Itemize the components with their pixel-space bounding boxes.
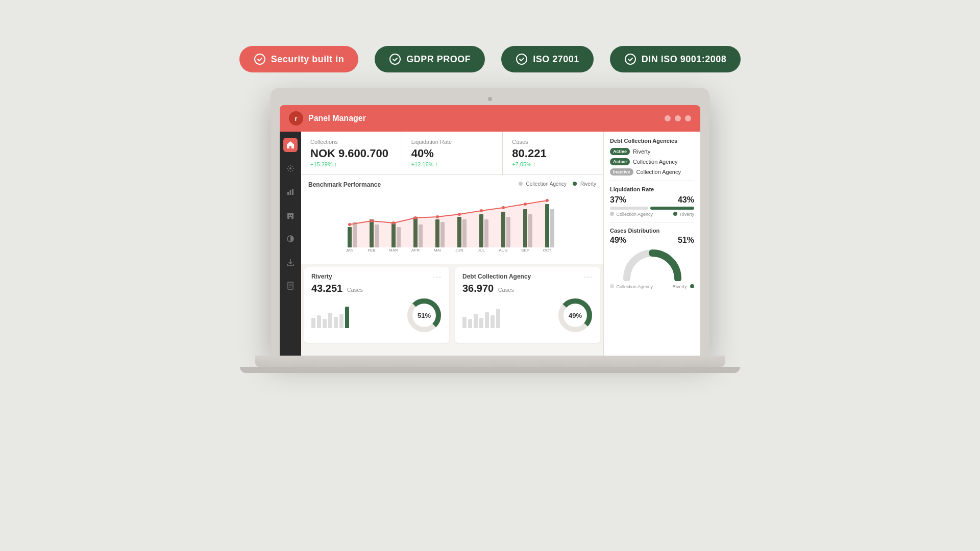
laptop-camera	[488, 97, 492, 101]
gauge-chart	[622, 248, 683, 281]
liq-right: 43%	[678, 195, 694, 205]
iso-badge[interactable]: ISO 27001	[501, 46, 594, 72]
security-badge[interactable]: Security built in	[239, 46, 359, 72]
bottom-card-riverty: Riverty ··· 43.251 Cases	[304, 267, 449, 343]
bc-dca-value: 36.970	[462, 283, 494, 294]
svg-text:AUG: AUG	[499, 248, 507, 253]
svg-text:JUN: JUN	[455, 248, 463, 253]
agency-badge-active-1: Active	[610, 148, 630, 155]
svg-marker-44	[350, 201, 547, 247]
svg-rect-5	[287, 192, 289, 195]
laptop: r Panel Manager	[271, 88, 709, 373]
agency-badge-active-2: Active	[610, 158, 630, 165]
gdpr-icon	[389, 53, 401, 65]
dca-mini-bars	[462, 303, 553, 328]
dca-donut: 49%	[557, 297, 593, 333]
legend-dot-collection	[519, 182, 523, 186]
svg-point-2	[517, 54, 527, 64]
app-title: Panel Manager	[308, 114, 366, 123]
gauge-wrapper	[610, 248, 694, 281]
chart-section: Benchmark Performance Collection Agency …	[301, 175, 603, 264]
svg-text:JAN: JAN	[346, 248, 353, 253]
sidebar	[280, 132, 301, 356]
liq-left: 37%	[610, 195, 626, 205]
liq-dot-green	[673, 212, 677, 216]
svg-text:FEB: FEB	[368, 248, 376, 253]
svg-text:MAR: MAR	[389, 248, 398, 253]
sidebar-icon-download[interactable]	[283, 255, 298, 269]
gdpr-badge[interactable]: GDPR PROOF	[375, 46, 485, 72]
riverty-donut: 51%	[406, 297, 442, 333]
bc-dca-menu[interactable]: ···	[584, 272, 593, 281]
liq-dot-gray	[610, 212, 614, 216]
liq-values: 37% 43%	[610, 195, 694, 205]
bc-riverty-value: 43.251	[311, 283, 342, 294]
dca-bar-4	[479, 318, 483, 328]
bc-riverty-title: Riverty	[311, 273, 332, 280]
svg-text:OCT: OCT	[543, 248, 552, 253]
cases-legend-right: Riverty	[672, 284, 694, 289]
svg-text:APR: APR	[411, 248, 420, 253]
svg-text:SEP: SEP	[521, 248, 529, 253]
bc-riverty-menu[interactable]: ···	[433, 272, 442, 281]
diniso-label: DIN ISO 9001:2008	[642, 54, 727, 65]
sidebar-icon-pie[interactable]	[283, 232, 298, 246]
mini-bar-4	[328, 313, 332, 328]
dca-bar-6	[491, 315, 495, 328]
dca-bar-3	[474, 314, 478, 328]
bc-riverty-header: Riverty ···	[311, 272, 442, 281]
bc-riverty-sub: Cases	[347, 287, 363, 293]
bc-dca-title: Debt Collection Agency	[462, 273, 531, 280]
bc-riverty-body: 51%	[311, 297, 442, 333]
dca-bar-5	[485, 312, 489, 328]
stat-cases: Cases 80.221 +7.05% ↑	[503, 132, 603, 174]
sidebar-icon-settings[interactable]	[283, 161, 298, 176]
liq-bar-green	[650, 207, 694, 210]
stat-liq-change: +12.16% ↑	[411, 161, 494, 167]
mini-bar-5	[334, 317, 338, 328]
legend-collection: Collection Agency	[519, 181, 567, 187]
app-logo: r	[289, 111, 303, 126]
laptop-screen: r Panel Manager	[280, 105, 700, 356]
agency-name-1: Riverty	[633, 148, 650, 155]
stat-collections-change: +15.29% ↑	[310, 161, 393, 167]
benchmark-chart: JAN FEB MAR APR MAI JUN JUL AUG SEP OCT	[308, 191, 596, 253]
svg-text:JUL: JUL	[478, 248, 485, 253]
svg-point-1	[390, 54, 400, 64]
agency-badge-inactive: Inactive	[610, 168, 633, 176]
agencies-title: Debt Collection Agencies	[610, 138, 694, 144]
legend-dot-riverty	[573, 182, 577, 186]
sidebar-icon-chart[interactable]	[283, 185, 298, 199]
sidebar-icon-home[interactable]	[283, 138, 298, 152]
divider-2	[610, 222, 694, 222]
chart-legend: Collection Agency Riverty	[519, 181, 596, 187]
diniso-icon	[624, 53, 636, 65]
stat-cases-change: +7.05% ↑	[512, 161, 594, 167]
sidebar-icon-building[interactable]	[283, 208, 298, 222]
laptop-foot	[240, 367, 740, 373]
svg-point-0	[255, 54, 265, 64]
stat-liq-label: Liquidation Rate	[411, 139, 494, 145]
stat-collections-label: Collections	[310, 139, 393, 145]
legend-riverty: Riverty	[573, 181, 596, 187]
divider-1	[610, 181, 694, 181]
svg-rect-6	[290, 190, 291, 195]
bottom-cards: Riverty ··· 43.251 Cases	[301, 264, 603, 346]
cases-dot-gray	[610, 284, 614, 288]
sidebar-icon-report[interactable]	[283, 279, 298, 293]
agency-row-3: Inactive Collection Agency	[610, 168, 694, 176]
window-dot-3	[685, 115, 691, 121]
stat-liq-value: 40%	[411, 147, 494, 160]
stat-liquidation: Liquidation Rate 40% +12.16% ↑	[402, 132, 503, 174]
laptop-base	[255, 356, 725, 367]
window-controls	[665, 115, 691, 121]
agency-name-2: Collection Agency	[633, 159, 677, 165]
mini-bar-3	[323, 319, 327, 328]
diniso-badge[interactable]: DIN ISO 9001:2008	[610, 46, 741, 72]
cases-legend-left: Collection Agency	[610, 284, 653, 289]
mini-bar-1	[311, 318, 315, 328]
svg-text:MAI: MAI	[434, 248, 441, 253]
svg-rect-10	[291, 215, 292, 216]
bc-dca-sub: Cases	[498, 287, 514, 293]
mini-bar-2	[317, 315, 321, 328]
